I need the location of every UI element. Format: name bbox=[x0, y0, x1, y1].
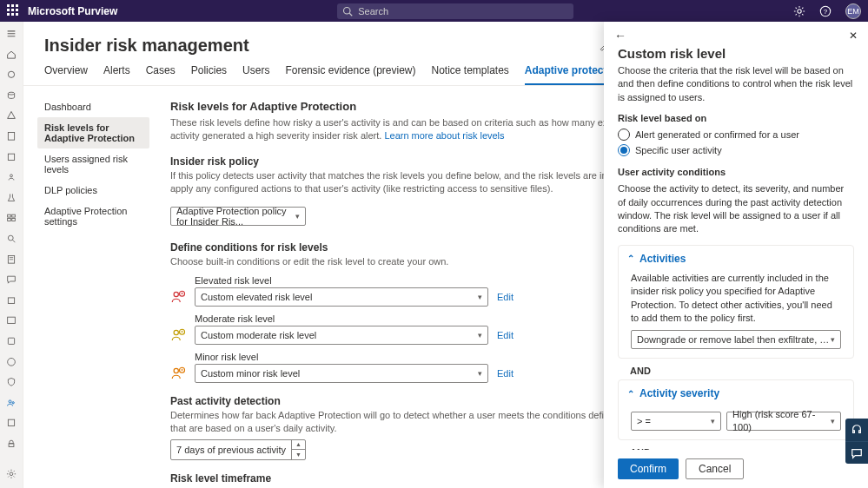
menu-icon[interactable] bbox=[5, 29, 17, 39]
minor-edit[interactable]: Edit bbox=[497, 368, 514, 379]
svg-rect-19 bbox=[8, 298, 14, 304]
radio-alert[interactable]: Alert generated or confirmed for a user bbox=[618, 129, 854, 141]
app-title: Microsoft Purview bbox=[28, 5, 117, 17]
moderate-risk-icon bbox=[170, 327, 186, 343]
accordion-activities-header[interactable]: ⌃ Activities bbox=[619, 246, 853, 272]
spinner-up-icon[interactable]: ▲ bbox=[292, 440, 305, 451]
svg-rect-21 bbox=[8, 338, 14, 344]
report-icon[interactable] bbox=[5, 131, 17, 142]
home-icon[interactable] bbox=[5, 49, 17, 60]
basis-label: Risk level based on bbox=[618, 113, 854, 123]
svg-rect-10 bbox=[8, 215, 11, 218]
svg-rect-7 bbox=[8, 132, 14, 140]
help-icon[interactable]: ? bbox=[819, 5, 832, 17]
and-connector: AND bbox=[630, 366, 854, 376]
catalog-icon[interactable] bbox=[5, 213, 17, 223]
elevated-edit[interactable]: Edit bbox=[497, 292, 514, 302]
audit-icon[interactable] bbox=[5, 234, 17, 244]
dlp-icon[interactable] bbox=[5, 295, 17, 306]
chevron-up-icon: ⌃ bbox=[627, 254, 634, 263]
confirm-button[interactable]: Confirm bbox=[618, 458, 679, 479]
feedback-headset-icon[interactable] bbox=[845, 419, 868, 441]
tab-users[interactable]: Users bbox=[242, 64, 269, 85]
insider-risk-icon[interactable] bbox=[5, 398, 17, 408]
accordion-severity: ⌃ Activity severity > =▾ High (risk scor… bbox=[618, 379, 854, 440]
minor-combo[interactable]: Custom minor risk level▾ bbox=[195, 364, 488, 383]
svg-point-24 bbox=[12, 401, 14, 403]
info-icon[interactable] bbox=[5, 357, 17, 367]
policy-combo[interactable]: Adaptive Protection policy for Insider R… bbox=[170, 207, 306, 226]
tab-alerts[interactable]: Alerts bbox=[103, 64, 130, 85]
svg-rect-13 bbox=[12, 219, 16, 221]
search-input[interactable]: Search bbox=[337, 3, 573, 19]
elevated-combo[interactable]: Custom elevated risk level▾ bbox=[195, 287, 488, 307]
past-spinner[interactable]: 7 days of previous activity ▲▼ bbox=[170, 439, 306, 460]
back-icon[interactable]: ← bbox=[614, 29, 626, 43]
close-icon[interactable]: ✕ bbox=[849, 30, 858, 42]
learn-more-link[interactable]: Learn more about risk levels bbox=[384, 130, 504, 141]
tab-cases[interactable]: Cases bbox=[146, 64, 176, 85]
settings-icon[interactable] bbox=[793, 5, 805, 17]
nav-dashboard[interactable]: Dashboard bbox=[37, 96, 149, 117]
activities-desc: Available activities are currently inclu… bbox=[631, 272, 841, 326]
svg-point-36 bbox=[182, 333, 182, 334]
chevron-up-icon: ⌃ bbox=[627, 389, 634, 399]
privacy-icon[interactable] bbox=[5, 439, 17, 449]
moderate-edit[interactable]: Edit bbox=[497, 330, 514, 340]
data-icon[interactable] bbox=[5, 90, 17, 101]
trials-icon[interactable] bbox=[5, 193, 17, 203]
panel-title: Custom risk level bbox=[618, 46, 854, 61]
svg-point-5 bbox=[8, 71, 14, 77]
feedback-buttons bbox=[845, 419, 868, 464]
tab-policies[interactable]: Policies bbox=[191, 64, 227, 85]
radio-icon bbox=[618, 129, 630, 141]
comm-icon[interactable] bbox=[5, 274, 17, 285]
svg-rect-26 bbox=[9, 444, 14, 447]
compliance-icon[interactable] bbox=[5, 69, 17, 80]
severity-operator-combo[interactable]: > =▾ bbox=[631, 412, 721, 431]
tab-forensic[interactable]: Forensic evidence (preview) bbox=[285, 64, 415, 85]
feedback-chat-icon[interactable] bbox=[845, 441, 868, 464]
nav-risk-levels[interactable]: Risk levels for Adaptive Protection bbox=[37, 117, 149, 148]
svg-point-14 bbox=[8, 235, 13, 241]
activities-combo[interactable]: Downgrade or remove label then exfiltrat… bbox=[631, 330, 841, 349]
svg-rect-12 bbox=[8, 219, 11, 221]
records-icon[interactable] bbox=[5, 418, 17, 428]
tab-notice[interactable]: Notice templates bbox=[431, 64, 508, 85]
user-avatar[interactable]: EM bbox=[845, 3, 861, 19]
nav-dlp-policies[interactable]: DLP policies bbox=[37, 180, 149, 201]
chevron-down-icon: ▾ bbox=[831, 334, 835, 346]
svg-point-2 bbox=[798, 9, 801, 12]
svg-line-1 bbox=[349, 13, 352, 16]
content-icon[interactable] bbox=[5, 254, 17, 265]
svg-point-40 bbox=[182, 372, 182, 373]
svg-point-22 bbox=[8, 358, 16, 366]
svg-line-15 bbox=[12, 240, 15, 242]
nav-ap-settings[interactable]: Adaptive Protection settings bbox=[37, 201, 149, 232]
nav-users-assigned[interactable]: Users assigned risk levels bbox=[37, 148, 149, 180]
svg-text:?: ? bbox=[824, 7, 828, 15]
alert-icon[interactable] bbox=[5, 110, 17, 121]
roles-icon[interactable] bbox=[5, 172, 17, 182]
radio-activity[interactable]: Specific user activity bbox=[618, 144, 854, 156]
accordion-severity-header[interactable]: ⌃ Activity severity bbox=[619, 380, 853, 406]
ediscovery-icon[interactable] bbox=[5, 315, 17, 326]
protection-icon[interactable] bbox=[5, 377, 17, 387]
panel-cancel-button[interactable]: Cancel bbox=[686, 458, 744, 479]
chevron-down-icon: ▾ bbox=[295, 212, 300, 221]
svg-point-6 bbox=[8, 92, 14, 95]
svg-rect-11 bbox=[12, 215, 16, 218]
search-icon bbox=[342, 6, 353, 16]
moderate-combo[interactable]: Custom moderate risk level▾ bbox=[195, 326, 488, 345]
lifecycle-icon[interactable] bbox=[5, 336, 17, 346]
app-launcher-icon[interactable] bbox=[7, 4, 21, 18]
spinner-down-icon[interactable]: ▼ bbox=[292, 450, 305, 459]
svg-point-29 bbox=[174, 292, 178, 296]
severity-value-combo[interactable]: High (risk score 67-100)▾ bbox=[726, 412, 841, 431]
tab-overview[interactable]: Overview bbox=[44, 64, 88, 85]
settings-rail-icon[interactable] bbox=[5, 469, 17, 479]
svg-point-0 bbox=[344, 7, 351, 14]
side-nav: Dashboard Risk levels for Adaptive Prote… bbox=[23, 86, 149, 483]
panel-desc: Choose the criteria that the risk level … bbox=[618, 64, 854, 104]
policy-icon[interactable] bbox=[5, 152, 17, 162]
